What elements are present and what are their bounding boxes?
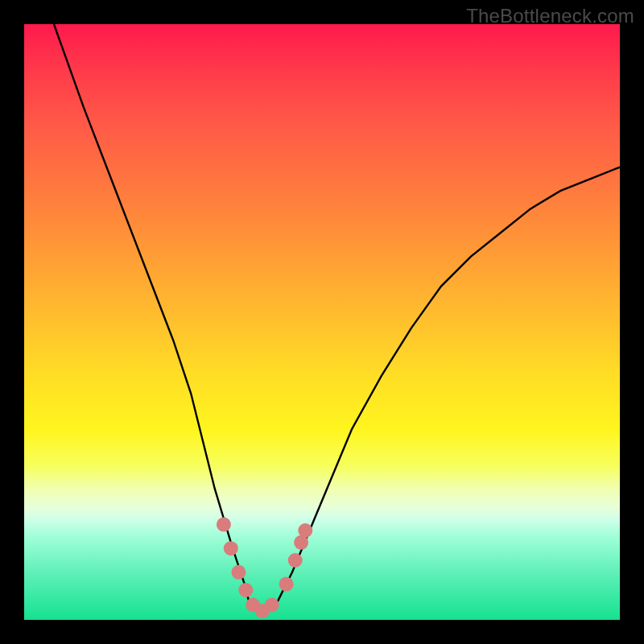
bead-marker (279, 577, 294, 592)
bead-marker (288, 553, 303, 568)
curve-svg (24, 24, 620, 620)
watermark-text: TheBottleneck.com (466, 5, 634, 27)
bead-marker (265, 598, 279, 613)
highlight-beads (217, 518, 312, 618)
bead-marker (238, 583, 253, 597)
bottleneck-curve (54, 24, 620, 608)
bead-marker (224, 541, 238, 555)
bead-marker (298, 523, 312, 538)
bead-marker (217, 518, 231, 532)
bead-marker (231, 565, 246, 580)
plot-area (24, 24, 620, 620)
